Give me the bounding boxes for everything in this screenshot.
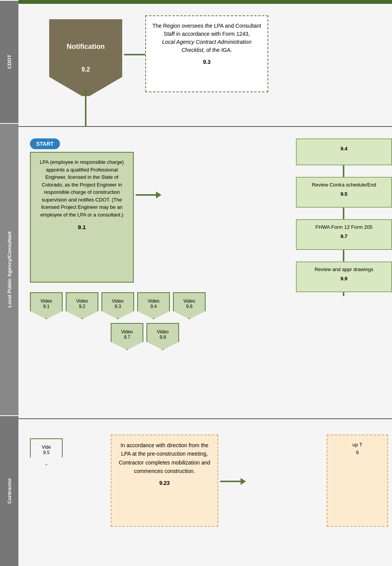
lpa-to-right-arrow xyxy=(136,194,157,196)
vbc-label: Vide xyxy=(42,444,51,450)
notification-box: Notification 9.2 xyxy=(49,19,122,96)
vb-label-3: Video xyxy=(112,298,123,304)
contractor-label: Contractor xyxy=(0,415,18,566)
vb-label-2: Video xyxy=(76,298,88,304)
vb-label-1: Video xyxy=(40,298,52,304)
notification-title: Notification xyxy=(67,43,105,51)
video-badge-contractor[interactable]: Vide 9.5 xyxy=(30,438,63,465)
contractor-center-to-right-arrow xyxy=(220,481,241,482)
vb-num-3: 9.3 xyxy=(115,304,121,309)
vbc-num: 9.5 xyxy=(43,450,50,455)
video-badge-9-6[interactable]: Video 9.6 xyxy=(173,292,206,319)
arrow-up-head xyxy=(81,88,88,93)
box-9-9-text: Review and appr drawings xyxy=(314,266,373,272)
vb-label-4: Video xyxy=(148,298,159,304)
contractor-text: In accordance with direction from the LP… xyxy=(119,442,210,474)
box-9-4: 9.4 xyxy=(296,138,392,165)
video-badge-9-8[interactable]: Video 9.8 xyxy=(146,323,179,350)
box-9-9: Review and appr drawings 9.9 xyxy=(296,261,392,292)
region-num: 9.3 xyxy=(152,58,262,66)
vb-num-1: 9.1 xyxy=(43,304,50,309)
top-bar xyxy=(18,0,392,4)
region-box: The Region oversees the LPA and Consulta… xyxy=(145,15,268,92)
box-9-5-text: Review Contra schedule/End xyxy=(312,182,376,188)
lpa-label: Local Public Agency/Consultant xyxy=(0,123,18,415)
contractor-num: 9.23 xyxy=(117,479,212,487)
contractor-lane: Vide 9.5 In accordance with direction fr… xyxy=(18,419,392,566)
contractor-right-num: 6 xyxy=(333,449,382,456)
lpa-main-text: LPA (employee in responsible charge) app… xyxy=(40,159,124,218)
lpa-main-num: 9.1 xyxy=(37,223,127,232)
box-9-7-text: FHWA Form 12 Form 205 xyxy=(316,224,372,230)
box-9-4-num: 9.4 xyxy=(301,145,387,152)
vb-num-7: 9.7 xyxy=(124,335,130,340)
video-badge-9-2[interactable]: Video 9.2 xyxy=(66,292,98,319)
region-text2: of the IGA. xyxy=(206,47,232,53)
video-badge-9-4[interactable]: Video 9.4 xyxy=(137,292,170,319)
vb-label-7: Video xyxy=(121,329,133,335)
cdot-label: CDOT xyxy=(0,0,18,123)
vb-num-8: 9.8 xyxy=(159,335,166,340)
content-area: Notification 9.2 The Region oversees the… xyxy=(18,0,392,566)
cdot-lane: Notification 9.2 The Region oversees the… xyxy=(18,4,392,127)
box-9-5: Review Contra schedule/End 9.5 xyxy=(296,177,392,208)
video-badge-9-7[interactable]: Video 9.7 xyxy=(111,323,143,350)
contractor-center-box: In accordance with direction from the LP… xyxy=(111,434,218,527)
vb-num-6: 9.6 xyxy=(186,304,193,309)
vb-label-8: Video xyxy=(157,329,168,335)
box-9-7-num: 9.7 xyxy=(301,233,387,240)
lane-labels: CDOT Local Public Agency/Consultant Cont… xyxy=(0,0,18,566)
box-9-5-num: 9.5 xyxy=(301,191,387,198)
arrow-notification-to-region xyxy=(124,54,147,55)
contractor-right-box: up T 6 xyxy=(327,434,388,527)
box-9-9-num: 9.9 xyxy=(301,275,387,282)
vb-num-2: 9.2 xyxy=(79,304,85,309)
video-badges-row2: Video 9.7 Video 9.8 xyxy=(111,323,179,350)
region-text1: The Region oversees the LPA and Consulta… xyxy=(152,23,261,37)
contractor-right-text: up T xyxy=(352,442,362,448)
vb-num-4: 9.4 xyxy=(150,304,157,309)
main-container: CDOT Local Public Agency/Consultant Cont… xyxy=(0,0,392,566)
lpa-lane: START LPA (employee in responsible charg… xyxy=(18,127,392,419)
video-badge-9-3[interactable]: Video 9.3 xyxy=(101,292,134,319)
box-9-7: FHWA Form 12 Form 205 9.7 xyxy=(296,219,392,250)
video-badge-9-1[interactable]: Video 9.1 xyxy=(30,292,63,319)
video-badges-row1: Video 9.1 Video 9.2 Video 9.3 Video 9.4 … xyxy=(30,292,222,319)
lpa-main-box: LPA (employee in responsible charge) app… xyxy=(30,152,134,283)
arrow-up-lpa-cdot xyxy=(85,88,86,127)
notification-num: 9.2 xyxy=(81,66,90,73)
vb-label-6: Video xyxy=(183,298,195,304)
start-badge: START xyxy=(30,138,60,149)
